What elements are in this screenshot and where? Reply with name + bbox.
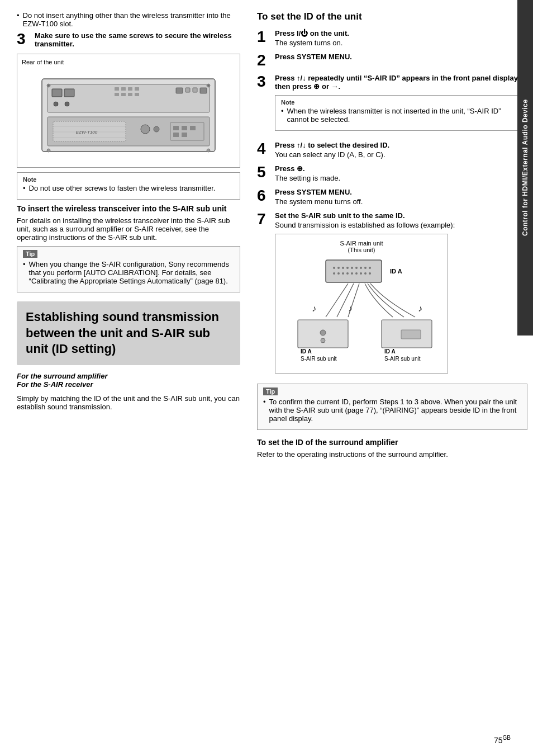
svg-text:S-AIR sub unit: S-AIR sub unit: [384, 356, 421, 362]
step5-body: The setting is made.: [275, 174, 527, 182]
note-bullet-1: • Do not use other screws to fasten the …: [23, 184, 234, 192]
s-air-diagram: S-AIR main unit (This unit): [275, 234, 448, 374]
svg-point-65: [321, 338, 325, 343]
gb-label: GB: [503, 735, 511, 741]
svg-point-53: [346, 272, 349, 275]
svg-text:♪: ♪: [418, 304, 422, 313]
note-bullet-icon: •: [23, 184, 26, 192]
svg-point-45: [351, 267, 353, 269]
svg-point-56: [360, 272, 362, 275]
tip-bullet-icon: •: [23, 260, 26, 285]
note-text-right: When the wireless transmitter is not ins…: [287, 107, 521, 124]
svg-point-44: [346, 267, 349, 269]
step6-label: Press SYSTEM MENU.: [275, 188, 527, 196]
step7-row: 7 Set the S-AIR sub unit to the same ID.…: [257, 211, 527, 378]
svg-point-24: [141, 125, 150, 134]
svg-point-48: [364, 267, 367, 269]
svg-point-58: [369, 272, 371, 275]
intro-bullet: • Do not insert anything other than the …: [17, 11, 240, 28]
svg-point-54: [351, 272, 353, 275]
svg-point-52: [342, 272, 344, 275]
step5-number: 5: [257, 164, 270, 180]
tip-box-right: Tip • To confirm the current ID, perform…: [257, 384, 527, 430]
svg-rect-8: [115, 93, 119, 96]
tip-text-1: When you change the S-AIR configuration,…: [29, 260, 234, 285]
note-bullet-right-icon: •: [281, 107, 284, 124]
intro-bullet-text: Do not insert anything other than the wi…: [23, 11, 240, 28]
tip-box-1: Tip • When you change the S-AIR configur…: [17, 246, 240, 292]
s-air-diagram-title: S-AIR main unit (This unit): [281, 240, 442, 253]
svg-text:ID A: ID A: [301, 348, 312, 355]
step6-number: 6: [257, 188, 270, 204]
step7-number: 7: [257, 211, 270, 227]
svg-text:ID A: ID A: [390, 268, 402, 275]
page-number-value: 75: [494, 736, 503, 745]
svg-point-46: [355, 267, 358, 269]
step1-content: Press I/⏻ on the unit. The system turns …: [275, 29, 527, 47]
step3-content: Make sure to use the same screws to secu…: [35, 31, 240, 48]
rear-caption: Rear of the unit: [22, 59, 235, 65]
svg-rect-4: [115, 87, 119, 91]
diagram-main-label: S-AIR main unit (This unit): [340, 240, 383, 253]
step4-content: Press ↑/↓ to select the desired ID. You …: [275, 141, 527, 159]
svg-rect-15: [200, 88, 207, 93]
step5-content: Press ⊕. The setting is made.: [275, 164, 527, 182]
step1-number: 1: [257, 29, 270, 45]
surround-section: To set the ID of the surround amplifier …: [257, 438, 527, 459]
insert-section-title: To insert the wireless transceiver into …: [17, 204, 240, 213]
step4-body: You can select any ID (A, B, or C).: [275, 150, 527, 159]
svg-text:♪: ♪: [312, 304, 316, 313]
tip-bullet-1: • When you change the S-AIR configuratio…: [23, 260, 234, 285]
step3-right-label: Press ↑/↓ repeatedly until “S-AIR ID” ap…: [275, 74, 527, 91]
rear-unit-diagram: Rear of the unit: [17, 54, 240, 168]
svg-text:ID A: ID A: [384, 348, 396, 355]
for-line2: For the S-AIR receiver: [17, 380, 240, 389]
svg-rect-2: [52, 89, 62, 97]
highlight-title: Establishing sound transmission between …: [26, 309, 231, 357]
step3-row: 3 Make sure to use the same screws to se…: [17, 31, 240, 48]
svg-text:♪: ♪: [348, 304, 353, 313]
note-bullet-right: • When the wireless transmitter is not i…: [281, 107, 521, 124]
svg-point-64: [320, 330, 326, 336]
sidebar-label: Control for HDMI/External Audio Device: [517, 0, 533, 336]
highlight-box: Establishing sound transmission between …: [17, 301, 240, 365]
tip-bullet-right-icon: •: [263, 398, 266, 423]
svg-point-35: [207, 149, 210, 152]
page-number: 75GB: [494, 735, 511, 745]
svg-point-50: [333, 272, 335, 275]
step5-row: 5 Press ⊕. The setting is made.: [257, 164, 527, 182]
svg-rect-29: [190, 126, 196, 130]
step1-body: The system turns on.: [275, 39, 527, 47]
svg-rect-9: [121, 93, 126, 96]
svg-point-47: [360, 267, 362, 269]
svg-point-57: [364, 272, 367, 275]
note-box-1: Note • Do not use other screws to fasten…: [17, 172, 240, 200]
step3-right-row: 3 Press ↑/↓ repeatedly until “S-AIR ID” …: [257, 74, 527, 135]
step2-number: 2: [257, 53, 270, 68]
simply-text: Simply by matching the ID of the unit an…: [17, 394, 240, 411]
svg-point-17: [65, 102, 69, 106]
svg-rect-67: [401, 330, 421, 339]
surround-body: Refer to the operating instructions of t…: [257, 450, 527, 459]
step2-label: Press SYSTEM MENU.: [275, 53, 527, 61]
svg-rect-30: [173, 133, 179, 137]
step6-body: The system menu turns off.: [275, 197, 527, 206]
for-line1: For the surround amplifier: [17, 372, 240, 380]
step4-row: 4 Press ↑/↓ to select the desired ID. Yo…: [257, 141, 527, 159]
tip-bullet-right: • To confirm the current ID, perform Ste…: [263, 398, 521, 423]
insert-body: For details on installing the wireless t…: [17, 216, 240, 242]
svg-rect-40: [326, 260, 382, 282]
main-content: • Do not insert anything other than the …: [0, 0, 533, 756]
svg-point-42: [337, 267, 340, 269]
set-id-title: To set the ID of the unit: [257, 11, 527, 22]
svg-point-34: [47, 149, 50, 152]
svg-point-41: [333, 267, 335, 269]
svg-rect-3: [64, 89, 74, 97]
left-column: • Do not insert anything other than the …: [17, 11, 251, 745]
svg-rect-14: [193, 88, 197, 92]
svg-rect-6: [128, 87, 132, 91]
svg-rect-11: [135, 93, 139, 96]
svg-text:S-AIR sub unit: S-AIR sub unit: [301, 356, 337, 362]
note-label-1: Note: [23, 176, 234, 183]
svg-rect-10: [128, 93, 132, 96]
